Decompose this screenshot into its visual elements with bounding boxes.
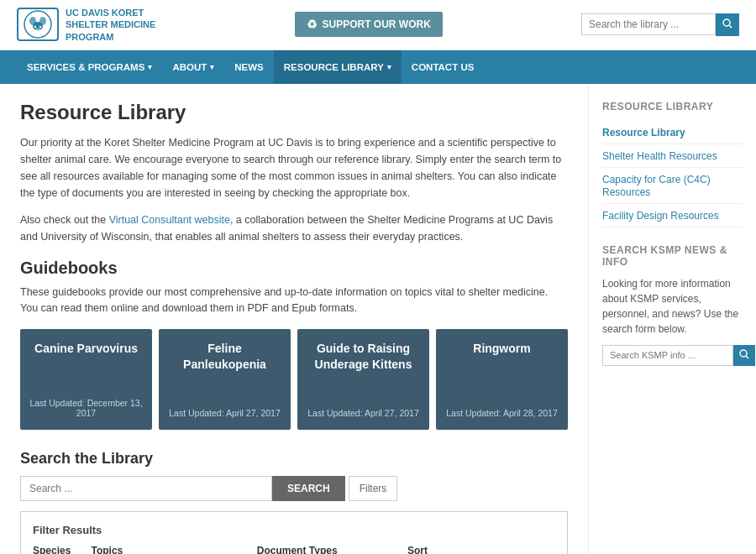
intro-paragraph-1: Our priority at the Koret Shelter Medici…	[20, 134, 568, 201]
sidebar-search-description: Looking for more information about KSMP …	[602, 276, 743, 337]
search-icon	[739, 349, 749, 359]
chevron-down-icon: ▾	[387, 63, 391, 71]
intro-paragraph-2: Also check out the Virtual Consultant we…	[20, 212, 568, 245]
logo-text: UC DAVIS KORET SHELTER MEDICINE PROGRAM	[66, 7, 155, 43]
filter-species-column: Species Canine Feline	[33, 545, 77, 554]
nav-item-resource-library[interactable]: RESOURCE LIBRARY ▾	[274, 50, 402, 84]
sidebar-link-c4c[interactable]: Capacity for Care (C4C) Resources	[602, 174, 711, 198]
sidebar-link-shelter-health[interactable]: Shelter Health Resources	[602, 150, 717, 162]
filter-doctypes-column: Document Types FAQs Information Sheets L…	[257, 545, 394, 554]
svg-point-5	[39, 26, 41, 28]
nav-item-contact[interactable]: CONTACT US	[402, 50, 485, 84]
filters-button[interactable]: Filters	[349, 476, 398, 501]
virtual-consultant-link[interactable]: Virtual Consultant website	[109, 214, 230, 226]
filter-results-title: Filter Results	[33, 524, 555, 536]
library-search-bar: SEARCH Filters	[20, 476, 568, 501]
filter-results-box: Filter Results Species Canine Feline	[20, 511, 568, 554]
logo-area: UC DAVIS KORET SHELTER MEDICINE PROGRAM	[17, 7, 155, 43]
card-raising-kittens[interactable]: Guide to Raising Underage Kittens Last U…	[297, 329, 429, 430]
sidebar-link-item-c4c[interactable]: Capacity for Care (C4C) Resources	[602, 168, 743, 204]
filter-doctypes-title: Document Types	[257, 545, 394, 554]
svg-point-4	[34, 26, 36, 28]
filter-species-title: Species	[33, 545, 77, 554]
sidebar-search-title: SEARCH KSMP NEWS & INFO	[602, 244, 743, 268]
nav-item-about[interactable]: ABOUT ▾	[162, 50, 224, 84]
filter-sort-column: Sort Relevance Date (Most recent first)	[407, 545, 520, 554]
header-search-button[interactable]	[716, 13, 739, 36]
recycle-icon: ♻	[307, 18, 318, 31]
sidebar-search-bar	[602, 345, 743, 366]
library-search-button[interactable]: SEARCH	[272, 476, 345, 501]
guidebook-cards-container: Canine Parvovirus Last Updated: December…	[20, 329, 568, 430]
main-container: Resource Library Our priority at the Kor…	[0, 84, 756, 554]
sidebar-link-item-facility[interactable]: Facility Design Resources	[602, 204, 743, 227]
nav-item-services[interactable]: SERVICES & PROGRAMS ▾	[17, 50, 162, 84]
card-canine-parvovirus[interactable]: Canine Parvovirus Last Updated: December…	[20, 329, 152, 430]
sidebar-link-item-shelter-health[interactable]: Shelter Health Resources	[602, 144, 743, 168]
support-button[interactable]: ♻ SUPPORT OUR WORK	[295, 12, 443, 37]
header-search-input[interactable]	[581, 13, 716, 35]
sidebar-search-button[interactable]	[733, 345, 755, 366]
search-icon	[722, 18, 732, 29]
search-section-heading: Search the Library	[20, 450, 568, 468]
filter-columns: Species Canine Feline Topics Shel	[33, 545, 555, 554]
svg-point-3	[33, 22, 43, 30]
logo-icon	[17, 8, 59, 41]
filter-topics-column: Topics Shelter Design and Housing Shelte…	[91, 545, 243, 554]
svg-line-7	[729, 25, 732, 28]
sidebar-link-resource-library[interactable]: Resource Library	[602, 127, 685, 138]
chevron-down-icon: ▾	[210, 63, 214, 71]
main-content: Resource Library Our priority at the Kor…	[0, 84, 588, 554]
header-search-area	[581, 13, 739, 36]
sidebar-resource-library-title: RESOURCE LIBRARY	[602, 101, 743, 112]
sidebar-link-facility[interactable]: Facility Design Resources	[602, 210, 719, 222]
card-ringworm[interactable]: Ringworm Last Updated: April 28, 2017	[436, 329, 568, 430]
card-feline-panleukopenia[interactable]: Feline Panleukopenia Last Updated: April…	[159, 329, 291, 430]
main-nav: SERVICES & PROGRAMS ▾ ABOUT ▾ NEWS RESOU…	[0, 50, 756, 84]
svg-point-8	[740, 350, 747, 357]
svg-line-9	[746, 356, 748, 358]
page-title: Resource Library	[20, 101, 568, 124]
filter-topics-title: Topics	[91, 545, 243, 554]
filter-sort-title: Sort	[407, 545, 520, 554]
library-search-input[interactable]	[20, 476, 272, 501]
guidebooks-heading: Guidebooks	[20, 259, 568, 278]
sidebar: RESOURCE LIBRARY Resource Library Shelte…	[588, 84, 756, 554]
sidebar-search-input[interactable]	[602, 345, 733, 366]
svg-point-6	[723, 19, 730, 26]
sidebar-links-list: Resource Library Shelter Health Resource…	[602, 121, 743, 227]
nav-item-news[interactable]: NEWS	[224, 50, 274, 84]
site-header: UC DAVIS KORET SHELTER MEDICINE PROGRAM …	[0, 0, 756, 50]
guidebooks-description: These guidebooks provide our most compre…	[20, 285, 568, 316]
chevron-down-icon: ▾	[148, 63, 152, 71]
sidebar-link-item-resource-library[interactable]: Resource Library	[602, 121, 743, 144]
